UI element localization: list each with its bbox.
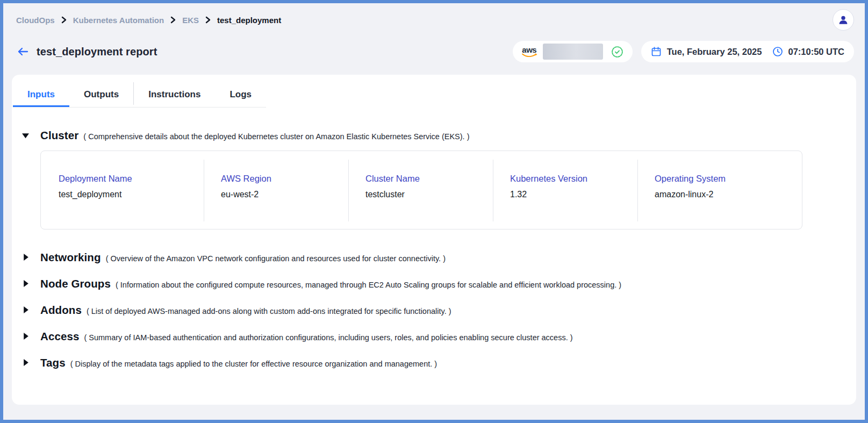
chevron-right-icon [170, 16, 176, 24]
cluster-field-cluster-name: Cluster Name testcluster [349, 151, 493, 229]
tab-logs[interactable]: Logs [215, 80, 266, 107]
cluster-details-card: Deployment Name test_deployment AWS Regi… [40, 150, 802, 230]
chevron-right-icon [205, 16, 211, 24]
chevron-right-icon [61, 16, 67, 24]
field-label: AWS Region [221, 174, 348, 184]
section-description: ( Summary of IAM-based authentication an… [84, 333, 572, 342]
field-label: Deployment Name [59, 174, 204, 184]
page-title: test_deployment report [37, 46, 157, 58]
section-header-networking[interactable]: Networking ( Overview of the Amazon VPC … [21, 251, 856, 264]
caret-right-icon[interactable] [21, 279, 30, 288]
tab-inputs[interactable]: Inputs [13, 80, 69, 107]
caret-right-icon[interactable] [21, 306, 30, 314]
field-value: amazon-linux-2 [655, 190, 782, 199]
aws-account-badge: aws [513, 41, 633, 62]
breadcrumb: CloudOps Kubernetes Automation EKS test_… [16, 16, 281, 25]
section-row-tags: Tags ( Display of the metadata tags appl… [21, 349, 856, 376]
cluster-field-operating-system: Operating System amazon-linux-2 [638, 151, 782, 229]
tab-bar: Inputs Outputs Instructions Logs [13, 80, 266, 107]
collapsed-sections: Networking ( Overview of the Amazon VPC … [21, 244, 856, 376]
caret-right-icon[interactable] [21, 332, 30, 340]
field-label: Cluster Name [365, 174, 493, 184]
breadcrumb-item-eks[interactable]: EKS [182, 16, 199, 25]
tab-outputs[interactable]: Outputs [69, 80, 133, 107]
section-header-addons[interactable]: Addons ( List of deployed AWS-managed ad… [21, 304, 856, 317]
section-description: ( List of deployed AWS-managed add-ons a… [87, 307, 451, 316]
breadcrumb-item-current: test_deployment [217, 16, 281, 25]
section-header-node-groups[interactable]: Node Groups ( Information about the conf… [21, 277, 856, 290]
section-description: ( Display of the metadata tags applied t… [70, 360, 437, 368]
clock-icon [772, 46, 783, 57]
cluster-field-kubernetes-version: Kubernetes Version 1.32 [493, 151, 637, 229]
field-value: eu-west-2 [221, 190, 348, 199]
app-window: CloudOps Kubernetes Automation EKS test_… [0, 0, 868, 423]
cluster-field-deployment-name: Deployment Name test_deployment [41, 151, 204, 229]
field-label: Kubernetes Version [510, 174, 637, 184]
field-value: testcluster [365, 190, 493, 199]
sections-list: Cluster ( Comprehensive details about th… [12, 129, 856, 376]
section-row-access: Access ( Summary of IAM-based authentica… [21, 323, 856, 349]
cluster-field-aws-region: AWS Region eu-west-2 [204, 151, 348, 229]
back-arrow-icon[interactable] [16, 46, 29, 57]
tab-instructions[interactable]: Instructions [134, 80, 215, 107]
breadcrumb-item-cloudops[interactable]: CloudOps [16, 16, 55, 25]
section-title: Addons [40, 304, 82, 317]
caret-right-icon[interactable] [21, 359, 30, 367]
calendar-icon [651, 46, 662, 57]
section-header-access[interactable]: Access ( Summary of IAM-based authentica… [21, 330, 856, 343]
account-id-redacted [543, 44, 603, 60]
field-value: 1.32 [510, 190, 637, 199]
section-row-node-groups: Node Groups ( Information about the conf… [21, 270, 856, 297]
caret-right-icon[interactable] [21, 253, 30, 261]
user-avatar[interactable] [833, 9, 854, 31]
caret-down-icon[interactable] [21, 133, 30, 139]
section-header-cluster[interactable]: Cluster ( Comprehensive details about th… [21, 129, 856, 142]
section-title: Tags [40, 356, 66, 369]
section-title: Access [40, 330, 79, 343]
datetime-badge: Tue, February 25, 2025 07:10:50 UTC [641, 41, 854, 62]
section-row-addons: Addons ( List of deployed AWS-managed ad… [21, 297, 856, 323]
section-description: ( Overview of the Amazon VPC network con… [106, 254, 446, 263]
person-icon [837, 14, 849, 26]
section-row-networking: Networking ( Overview of the Amazon VPC … [21, 244, 856, 270]
time-text: 07:10:50 UTC [788, 47, 844, 57]
section-title: Node Groups [40, 277, 111, 290]
verified-check-icon [611, 45, 624, 59]
section-title: Cluster [40, 129, 78, 142]
section-header-tags[interactable]: Tags ( Display of the metadata tags appl… [21, 356, 856, 369]
report-card: Inputs Outputs Instructions Logs Cluster… [12, 75, 856, 405]
section-description: ( Comprehensive details about the deploy… [83, 132, 469, 141]
date-text: Tue, February 25, 2025 [667, 47, 762, 57]
section-title: Networking [40, 251, 101, 264]
breadcrumb-item-kubernetes-automation[interactable]: Kubernetes Automation [73, 16, 164, 25]
top-bar: CloudOps Kubernetes Automation EKS test_… [3, 3, 865, 31]
report-header: test_deployment report aws [3, 41, 865, 62]
field-label: Operating System [655, 174, 782, 184]
aws-logo-icon: aws [521, 46, 537, 58]
field-value: test_deployment [59, 190, 204, 199]
section-description: ( Information about the configured compu… [116, 281, 621, 289]
